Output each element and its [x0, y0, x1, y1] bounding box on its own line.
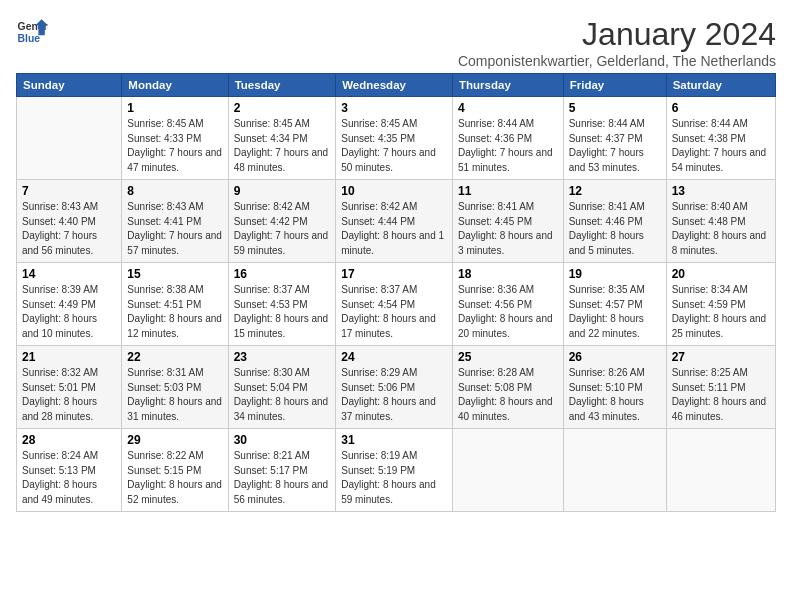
day-info: Sunrise: 8:39 AMSunset: 4:49 PMDaylight:… [22, 283, 116, 341]
svg-text:Blue: Blue [18, 33, 41, 44]
day-info: Sunrise: 8:35 AMSunset: 4:57 PMDaylight:… [569, 283, 661, 341]
day-number: 22 [127, 350, 222, 364]
day-cell: 2Sunrise: 8:45 AMSunset: 4:34 PMDaylight… [228, 97, 336, 180]
day-number: 1 [127, 101, 222, 115]
calendar-header-monday: Monday [122, 74, 228, 97]
day-cell: 10Sunrise: 8:42 AMSunset: 4:44 PMDayligh… [336, 180, 453, 263]
day-cell: 4Sunrise: 8:44 AMSunset: 4:36 PMDaylight… [453, 97, 564, 180]
calendar-title: January 2024 [458, 16, 776, 53]
day-cell: 17Sunrise: 8:37 AMSunset: 4:54 PMDayligh… [336, 263, 453, 346]
day-number: 3 [341, 101, 447, 115]
calendar-subtitle: Componistenkwartier, Gelderland, The Net… [458, 53, 776, 69]
day-info: Sunrise: 8:38 AMSunset: 4:51 PMDaylight:… [127, 283, 222, 341]
day-number: 2 [234, 101, 331, 115]
day-number: 6 [672, 101, 770, 115]
day-info: Sunrise: 8:41 AMSunset: 4:45 PMDaylight:… [458, 200, 558, 258]
day-number: 18 [458, 267, 558, 281]
day-number: 15 [127, 267, 222, 281]
day-info: Sunrise: 8:42 AMSunset: 4:42 PMDaylight:… [234, 200, 331, 258]
day-cell: 6Sunrise: 8:44 AMSunset: 4:38 PMDaylight… [666, 97, 775, 180]
day-info: Sunrise: 8:26 AMSunset: 5:10 PMDaylight:… [569, 366, 661, 424]
day-info: Sunrise: 8:32 AMSunset: 5:01 PMDaylight:… [22, 366, 116, 424]
calendar-header-wednesday: Wednesday [336, 74, 453, 97]
day-cell [666, 429, 775, 512]
day-number: 30 [234, 433, 331, 447]
day-cell: 13Sunrise: 8:40 AMSunset: 4:48 PMDayligh… [666, 180, 775, 263]
day-number: 8 [127, 184, 222, 198]
day-cell: 27Sunrise: 8:25 AMSunset: 5:11 PMDayligh… [666, 346, 775, 429]
day-cell: 20Sunrise: 8:34 AMSunset: 4:59 PMDayligh… [666, 263, 775, 346]
day-cell [453, 429, 564, 512]
day-info: Sunrise: 8:37 AMSunset: 4:53 PMDaylight:… [234, 283, 331, 341]
day-number: 12 [569, 184, 661, 198]
day-info: Sunrise: 8:44 AMSunset: 4:38 PMDaylight:… [672, 117, 770, 175]
day-info: Sunrise: 8:43 AMSunset: 4:40 PMDaylight:… [22, 200, 116, 258]
day-number: 29 [127, 433, 222, 447]
day-number: 5 [569, 101, 661, 115]
day-info: Sunrise: 8:30 AMSunset: 5:04 PMDaylight:… [234, 366, 331, 424]
day-cell: 7Sunrise: 8:43 AMSunset: 4:40 PMDaylight… [17, 180, 122, 263]
day-number: 26 [569, 350, 661, 364]
week-row-4: 28Sunrise: 8:24 AMSunset: 5:13 PMDayligh… [17, 429, 776, 512]
day-number: 10 [341, 184, 447, 198]
day-cell: 1Sunrise: 8:45 AMSunset: 4:33 PMDaylight… [122, 97, 228, 180]
day-info: Sunrise: 8:42 AMSunset: 4:44 PMDaylight:… [341, 200, 447, 258]
day-info: Sunrise: 8:24 AMSunset: 5:13 PMDaylight:… [22, 449, 116, 507]
week-row-3: 21Sunrise: 8:32 AMSunset: 5:01 PMDayligh… [17, 346, 776, 429]
day-cell: 24Sunrise: 8:29 AMSunset: 5:06 PMDayligh… [336, 346, 453, 429]
calendar-header-saturday: Saturday [666, 74, 775, 97]
day-number: 4 [458, 101, 558, 115]
day-info: Sunrise: 8:34 AMSunset: 4:59 PMDaylight:… [672, 283, 770, 341]
calendar-body: 1Sunrise: 8:45 AMSunset: 4:33 PMDaylight… [17, 97, 776, 512]
week-row-2: 14Sunrise: 8:39 AMSunset: 4:49 PMDayligh… [17, 263, 776, 346]
day-cell: 21Sunrise: 8:32 AMSunset: 5:01 PMDayligh… [17, 346, 122, 429]
title-area: January 2024 Componistenkwartier, Gelder… [458, 16, 776, 69]
calendar-header-row: SundayMondayTuesdayWednesdayThursdayFrid… [17, 74, 776, 97]
day-cell: 23Sunrise: 8:30 AMSunset: 5:04 PMDayligh… [228, 346, 336, 429]
day-info: Sunrise: 8:28 AMSunset: 5:08 PMDaylight:… [458, 366, 558, 424]
day-info: Sunrise: 8:45 AMSunset: 4:33 PMDaylight:… [127, 117, 222, 175]
day-number: 28 [22, 433, 116, 447]
day-number: 20 [672, 267, 770, 281]
day-info: Sunrise: 8:40 AMSunset: 4:48 PMDaylight:… [672, 200, 770, 258]
day-info: Sunrise: 8:29 AMSunset: 5:06 PMDaylight:… [341, 366, 447, 424]
calendar-table: SundayMondayTuesdayWednesdayThursdayFrid… [16, 73, 776, 512]
day-cell: 19Sunrise: 8:35 AMSunset: 4:57 PMDayligh… [563, 263, 666, 346]
day-cell: 22Sunrise: 8:31 AMSunset: 5:03 PMDayligh… [122, 346, 228, 429]
day-cell: 3Sunrise: 8:45 AMSunset: 4:35 PMDaylight… [336, 97, 453, 180]
logo-icon: General Blue [16, 16, 48, 48]
day-info: Sunrise: 8:36 AMSunset: 4:56 PMDaylight:… [458, 283, 558, 341]
day-number: 14 [22, 267, 116, 281]
day-number: 24 [341, 350, 447, 364]
calendar-header-thursday: Thursday [453, 74, 564, 97]
day-number: 27 [672, 350, 770, 364]
day-cell: 18Sunrise: 8:36 AMSunset: 4:56 PMDayligh… [453, 263, 564, 346]
day-number: 21 [22, 350, 116, 364]
day-number: 13 [672, 184, 770, 198]
day-info: Sunrise: 8:43 AMSunset: 4:41 PMDaylight:… [127, 200, 222, 258]
day-cell: 25Sunrise: 8:28 AMSunset: 5:08 PMDayligh… [453, 346, 564, 429]
page-header: General Blue January 2024 Componistenkwa… [16, 16, 776, 69]
day-number: 23 [234, 350, 331, 364]
day-cell: 28Sunrise: 8:24 AMSunset: 5:13 PMDayligh… [17, 429, 122, 512]
day-cell: 12Sunrise: 8:41 AMSunset: 4:46 PMDayligh… [563, 180, 666, 263]
day-info: Sunrise: 8:37 AMSunset: 4:54 PMDaylight:… [341, 283, 447, 341]
day-info: Sunrise: 8:45 AMSunset: 4:34 PMDaylight:… [234, 117, 331, 175]
calendar-header-tuesday: Tuesday [228, 74, 336, 97]
day-cell: 29Sunrise: 8:22 AMSunset: 5:15 PMDayligh… [122, 429, 228, 512]
day-cell: 11Sunrise: 8:41 AMSunset: 4:45 PMDayligh… [453, 180, 564, 263]
week-row-1: 7Sunrise: 8:43 AMSunset: 4:40 PMDaylight… [17, 180, 776, 263]
day-info: Sunrise: 8:25 AMSunset: 5:11 PMDaylight:… [672, 366, 770, 424]
day-cell: 31Sunrise: 8:19 AMSunset: 5:19 PMDayligh… [336, 429, 453, 512]
day-info: Sunrise: 8:19 AMSunset: 5:19 PMDaylight:… [341, 449, 447, 507]
day-number: 16 [234, 267, 331, 281]
day-cell: 30Sunrise: 8:21 AMSunset: 5:17 PMDayligh… [228, 429, 336, 512]
day-number: 9 [234, 184, 331, 198]
day-number: 17 [341, 267, 447, 281]
day-number: 25 [458, 350, 558, 364]
day-number: 31 [341, 433, 447, 447]
week-row-0: 1Sunrise: 8:45 AMSunset: 4:33 PMDaylight… [17, 97, 776, 180]
day-cell [17, 97, 122, 180]
day-cell: 8Sunrise: 8:43 AMSunset: 4:41 PMDaylight… [122, 180, 228, 263]
day-info: Sunrise: 8:22 AMSunset: 5:15 PMDaylight:… [127, 449, 222, 507]
